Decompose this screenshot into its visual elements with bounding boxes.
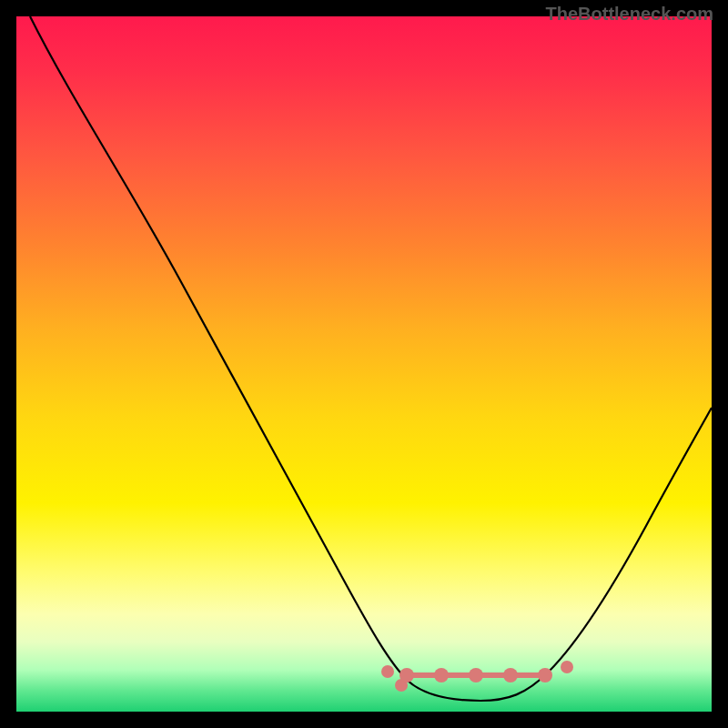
bottleneck-curve: [16, 16, 712, 712]
marker-dot-icon: [538, 668, 552, 682]
watermark-text: TheBottleneck.com: [546, 4, 713, 25]
marker-dot-icon: [399, 668, 414, 682]
marker-dot-icon: [434, 668, 449, 682]
marker-dot-icon: [469, 668, 483, 682]
marker-dot-icon: [561, 661, 573, 673]
marker-strip: [389, 664, 562, 686]
plot-area: [16, 16, 712, 712]
marker-dot-icon: [503, 668, 518, 682]
